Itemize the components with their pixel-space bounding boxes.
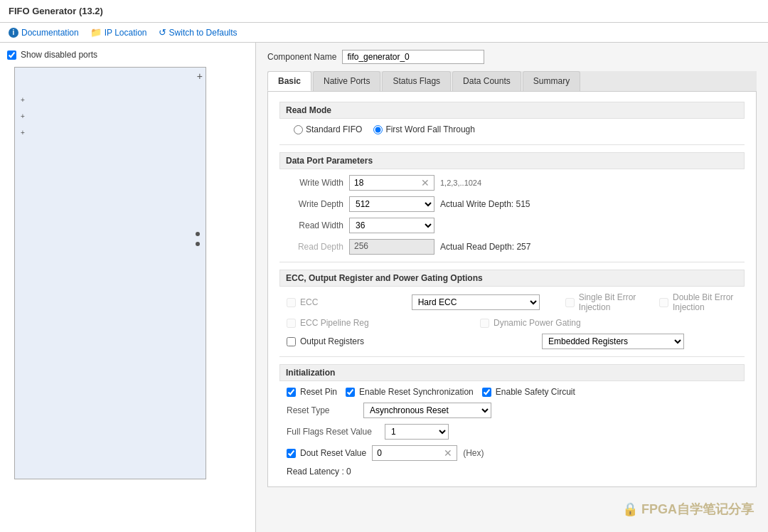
tab-status-flags[interactable]: Status Flags bbox=[382, 71, 451, 91]
tabs: Basic Native Ports Status Flags Data Cou… bbox=[267, 71, 757, 92]
info-icon: i bbox=[9, 28, 18, 38]
app-title: FIFO Generator (13.2) bbox=[9, 6, 103, 16]
canvas-area: + + + + bbox=[14, 67, 206, 479]
switch-to-defaults-link[interactable]: ↺ Switch to Defaults bbox=[159, 27, 238, 38]
ecc-select-area: Hard ECC bbox=[412, 294, 540, 310]
write-width-label: Write Width bbox=[279, 178, 343, 188]
output-reg-checkbox[interactable] bbox=[287, 337, 296, 346]
write-width-row: Write Width ✕ 1,2,3,..1024 bbox=[279, 175, 745, 191]
tab-data-counts-label: Data Counts bbox=[463, 76, 511, 86]
reset-type-label: Reset Type bbox=[287, 405, 358, 415]
component-name-label: Component Name bbox=[267, 52, 336, 62]
read-depth-label: Read Depth bbox=[279, 242, 343, 252]
refresh-icon: ↺ bbox=[159, 27, 166, 38]
reset-pin-checkbox[interactable] bbox=[287, 388, 296, 397]
folder-icon: 📁 bbox=[90, 27, 102, 38]
read-depth-hint: Actual Read Depth: 257 bbox=[440, 242, 530, 252]
error-injection-area: Single Bit Error Injection Double Bit Er… bbox=[565, 292, 745, 312]
double-bit-error-item: Double Bit Error Injection bbox=[659, 292, 745, 312]
divider-1 bbox=[279, 144, 745, 145]
embedded-select-spacer: Embedded Registers bbox=[542, 334, 684, 349]
dynamic-power-area: Dynamic Power Gating bbox=[480, 318, 581, 328]
tab-summary-label: Summary bbox=[533, 76, 570, 86]
data-port-title: Data Port Parameters bbox=[286, 156, 373, 166]
dout-clear-icon[interactable]: ✕ bbox=[444, 447, 452, 459]
init-title: Initialization bbox=[286, 368, 335, 378]
documentation-link[interactable]: i Documentation bbox=[9, 28, 79, 38]
canvas-marker-3: + bbox=[21, 129, 25, 137]
tab-summary[interactable]: Summary bbox=[523, 71, 580, 91]
ecc-row-2: ECC Pipeline Reg Dynamic Power Gating bbox=[279, 318, 745, 328]
hard-ecc-select[interactable]: Hard ECC bbox=[412, 294, 540, 310]
fwft-radio[interactable] bbox=[373, 125, 383, 134]
show-disabled-ports-checkbox[interactable] bbox=[7, 50, 16, 60]
divider-3 bbox=[279, 356, 745, 357]
left-panel: Show disabled ports + + + + bbox=[0, 43, 256, 532]
ecc-label: ECC bbox=[300, 297, 318, 307]
reset-type-row: Reset Type Asynchronous Reset Synchronou… bbox=[279, 403, 745, 418]
reset-pin-item: Reset Pin bbox=[287, 387, 337, 397]
dynamic-power-item: Dynamic Power Gating bbox=[480, 318, 581, 328]
init-row-1: Reset Pin Enable Reset Synchronization E… bbox=[279, 387, 745, 397]
single-bit-error-checkbox[interactable] bbox=[565, 298, 575, 307]
write-depth-label: Write Depth bbox=[279, 199, 343, 209]
ecc-pipeline-item: ECC Pipeline Reg bbox=[287, 318, 429, 328]
enable-reset-sync-label: Enable Reset Synchronization bbox=[359, 387, 474, 397]
standard-fifo-label: Standard FIFO bbox=[306, 124, 362, 134]
read-latency-row: Read Latency : 0 bbox=[279, 467, 745, 477]
tab-content: Read Mode Standard FIFO First Word Fall … bbox=[267, 92, 757, 487]
radio-standard-fifo[interactable]: Standard FIFO bbox=[294, 124, 362, 134]
ecc-pipeline-label: ECC Pipeline Reg bbox=[300, 318, 369, 328]
reset-pin-label: Reset Pin bbox=[300, 387, 337, 397]
canvas-marker-1: + bbox=[21, 96, 25, 104]
full-flags-select[interactable]: 0 1 bbox=[385, 424, 449, 440]
tab-native-ports[interactable]: Native Ports bbox=[313, 71, 380, 91]
output-reg-item: Output Registers bbox=[287, 336, 364, 346]
single-bit-error-item: Single Bit Error Injection bbox=[565, 292, 648, 312]
dynamic-power-checkbox[interactable] bbox=[480, 319, 489, 328]
tab-basic[interactable]: Basic bbox=[267, 71, 311, 91]
documentation-label: Documentation bbox=[21, 28, 79, 38]
ip-location-link[interactable]: 📁 IP Location bbox=[90, 27, 147, 38]
dout-reset-input[interactable] bbox=[377, 448, 434, 458]
dout-reset-checkbox[interactable] bbox=[287, 449, 296, 458]
switch-to-defaults-label: Switch to Defaults bbox=[169, 28, 238, 38]
ecc-checkbox[interactable] bbox=[287, 298, 296, 307]
read-mode-header: Read Mode bbox=[279, 102, 745, 119]
canvas-dot-1 bbox=[196, 232, 200, 236]
write-width-hint: 1,2,3,..1024 bbox=[440, 179, 481, 187]
write-width-input[interactable] bbox=[354, 178, 418, 188]
embedded-registers-select[interactable]: Embedded Registers bbox=[542, 334, 684, 349]
read-depth-value: 256 bbox=[354, 241, 368, 251]
reset-type-select[interactable]: Asynchronous Reset Synchronous Reset bbox=[363, 403, 491, 418]
component-name-input[interactable] bbox=[342, 50, 484, 64]
dout-input-box: ✕ bbox=[372, 445, 457, 461]
enable-safety-circuit-label: Enable Safety Circuit bbox=[496, 387, 575, 397]
fwft-label: First Word Fall Through bbox=[385, 124, 475, 134]
read-width-row: Read Width 36 bbox=[279, 218, 745, 233]
read-width-select[interactable]: 36 bbox=[349, 218, 434, 233]
tab-native-ports-label: Native Ports bbox=[324, 76, 370, 86]
ecc-pipeline-checkbox[interactable] bbox=[287, 319, 296, 328]
title-bar: FIFO Generator (13.2) bbox=[0, 0, 768, 23]
data-port-header: Data Port Parameters bbox=[279, 152, 745, 169]
read-depth-row: Read Depth 256 Actual Read Depth: 257 bbox=[279, 239, 745, 255]
divider-2 bbox=[279, 262, 745, 262]
double-bit-error-checkbox[interactable] bbox=[659, 298, 668, 307]
write-depth-row: Write Depth 512 Actual Write Depth: 515 bbox=[279, 196, 745, 212]
enable-reset-sync-checkbox[interactable] bbox=[346, 388, 355, 397]
ip-location-label: IP Location bbox=[105, 28, 147, 38]
write-depth-select[interactable]: 512 bbox=[349, 196, 434, 212]
read-latency-label: Read Latency : 0 bbox=[287, 467, 351, 477]
full-flags-row: Full Flags Reset Value 0 1 bbox=[279, 424, 745, 440]
read-width-label: Read Width bbox=[279, 220, 343, 230]
read-mode-options: Standard FIFO First Word Fall Through bbox=[279, 124, 745, 134]
ecc-pipeline-col: ECC Pipeline Reg bbox=[287, 318, 429, 328]
tab-data-counts[interactable]: Data Counts bbox=[452, 71, 521, 91]
hex-label: (Hex) bbox=[463, 448, 484, 458]
enable-safety-circuit-checkbox[interactable] bbox=[482, 388, 491, 397]
init-header: Initialization bbox=[279, 364, 745, 381]
radio-first-word-fall-through[interactable]: First Word Fall Through bbox=[373, 124, 475, 134]
write-width-clear-icon[interactable]: ✕ bbox=[421, 177, 430, 188]
standard-fifo-radio[interactable] bbox=[294, 125, 303, 134]
